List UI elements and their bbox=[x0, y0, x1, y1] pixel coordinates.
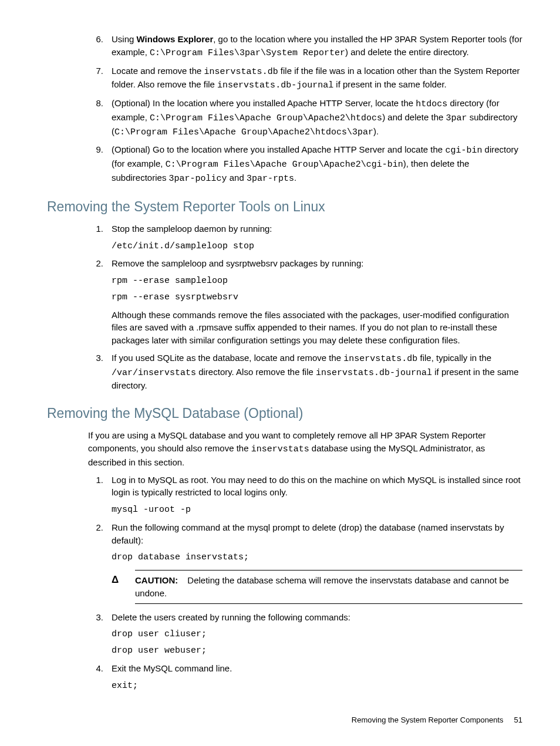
list-number: 1. bbox=[88, 222, 103, 235]
list-item: 6.Using Windows Explorer, go to the loca… bbox=[88, 33, 522, 60]
list-item: 9.(Optional) Go to the location where yo… bbox=[88, 143, 522, 185]
inline-code: 3par-rpts bbox=[247, 174, 294, 184]
list-item-body: Log in to MySQL as root. You may need to… bbox=[112, 474, 522, 517]
code-block: drop user cliuser; bbox=[112, 628, 522, 641]
list-number: 3. bbox=[88, 352, 103, 364]
paragraph: Stop the sampleloop daemon by running: bbox=[112, 222, 522, 235]
inline-code: cgi-bin bbox=[445, 146, 482, 156]
paragraph: Run the following command at the mysql p… bbox=[112, 521, 522, 547]
footer-text: Removing the System Reporter Components bbox=[352, 715, 504, 720]
list-item: 3.Delete the users created by running th… bbox=[88, 611, 522, 657]
list-item-body: Run the following command at the mysql p… bbox=[112, 521, 522, 604]
paragraph: Exit the MySQL command line. bbox=[112, 662, 522, 675]
list-item: 2.Remove the sampleloop and sysrptwebsrv… bbox=[88, 257, 522, 347]
paragraph: Although these commands remove the files… bbox=[112, 309, 522, 347]
inline-code: inservstats.db bbox=[204, 67, 278, 77]
code-block: drop database inservstats; bbox=[112, 551, 522, 564]
list-item-body: Remove the sampleloop and sysrptwebsrv p… bbox=[112, 257, 522, 347]
top-ordered-list: 6.Using Windows Explorer, go to the loca… bbox=[88, 33, 522, 185]
list-item: 2.Run the following command at the mysql… bbox=[88, 521, 522, 604]
inline-code: 3par bbox=[446, 113, 467, 123]
list-item-body: Stop the sampleloop daemon by running:/e… bbox=[112, 222, 522, 253]
linux-ordered-list: 1.Stop the sampleloop daemon by running:… bbox=[88, 222, 522, 392]
inline-code: C:\Program Files\Apache Group\Apache2\ht… bbox=[114, 127, 373, 137]
list-item-body: Using Windows Explorer, go to the locati… bbox=[112, 34, 522, 57]
footer-page-number: 51 bbox=[514, 715, 522, 720]
inline-code: 3par-policy bbox=[169, 174, 227, 184]
list-number: 7. bbox=[88, 65, 103, 77]
list-item-body: Delete the users created by running the … bbox=[112, 611, 522, 657]
list-item: 1.Stop the sampleloop daemon by running:… bbox=[88, 222, 522, 253]
code-block: rpm --erase sampleloop bbox=[112, 275, 522, 288]
list-number: 8. bbox=[88, 97, 103, 110]
inline-code: C:\Program Files\3par\System Reporter bbox=[150, 48, 345, 58]
code-block: rpm --erase sysrptwebsrv bbox=[112, 291, 522, 304]
list-item: 4.Exit the MySQL command line.exit; bbox=[88, 662, 522, 693]
list-number: 4. bbox=[88, 662, 103, 675]
inline-code: htdocs bbox=[416, 99, 447, 109]
list-number: 6. bbox=[88, 33, 103, 46]
code-block: exit; bbox=[112, 680, 522, 693]
list-item-body: (Optional) Go to the location where you … bbox=[112, 144, 518, 183]
code-block: drop user webuser; bbox=[112, 644, 522, 657]
code-block: mysql -uroot -p bbox=[112, 504, 522, 517]
inline-code: C:\Program Files\Apache Group\Apache2\cg… bbox=[166, 160, 403, 170]
bold-text: Windows Explorer bbox=[137, 34, 214, 44]
list-item-body: (Optional) In the location where you ins… bbox=[112, 98, 517, 136]
inline-code: C:\Program Files\Apache Group\Apache2\ht… bbox=[150, 113, 382, 123]
paragraph: If you used SQLite as the database, loca… bbox=[112, 352, 522, 392]
inline-code: inservstats bbox=[251, 444, 309, 454]
paragraph: Delete the users created by running the … bbox=[112, 611, 522, 624]
list-number: 9. bbox=[88, 143, 103, 156]
list-item: 7.Locate and remove the inservstats.db f… bbox=[88, 65, 522, 93]
list-item: 3.If you used SQLite as the database, lo… bbox=[88, 352, 522, 392]
code-block: /etc/init.d/sampleloop stop bbox=[112, 240, 522, 253]
section-heading-linux: Removing the System Reporter Tools on Li… bbox=[47, 197, 522, 217]
list-item-body: Locate and remove the inservstats.db fil… bbox=[112, 66, 520, 90]
list-item: 8.(Optional) In the location where you i… bbox=[88, 97, 522, 139]
caution-icon: Δ bbox=[112, 573, 119, 588]
page-footer: Removing the System Reporter Components … bbox=[352, 715, 522, 720]
mysql-intro-paragraph: If you are using a MySQL database and yo… bbox=[88, 429, 522, 468]
caution-box: ΔCAUTION:Deleting the database schema wi… bbox=[135, 570, 522, 604]
caution-label: CAUTION: bbox=[135, 575, 178, 585]
list-item: 1.Log in to MySQL as root. You may need … bbox=[88, 474, 522, 517]
list-number: 3. bbox=[88, 611, 103, 624]
paragraph: Log in to MySQL as root. You may need to… bbox=[112, 474, 522, 499]
inline-code: /var/inservstats bbox=[112, 368, 196, 378]
mysql-section: If you are using a MySQL database and yo… bbox=[88, 429, 522, 692]
list-item-body: If you used SQLite as the database, loca… bbox=[112, 352, 522, 392]
list-number: 2. bbox=[88, 257, 103, 270]
inline-code: inservstats.db bbox=[343, 354, 417, 364]
section-heading-mysql: Removing the MySQL Database (Optional) bbox=[47, 404, 522, 423]
inline-code: inservstats.db-journal bbox=[217, 80, 333, 90]
paragraph: Remove the sampleloop and sysrptwebsrv p… bbox=[112, 257, 522, 270]
inline-code: inservstats.db-journal bbox=[316, 368, 432, 378]
caution-text: Deleting the database schema will remove… bbox=[135, 575, 509, 598]
list-item-body: Exit the MySQL command line.exit; bbox=[112, 662, 522, 693]
list-number: 2. bbox=[88, 521, 103, 534]
list-number: 1. bbox=[88, 474, 103, 487]
